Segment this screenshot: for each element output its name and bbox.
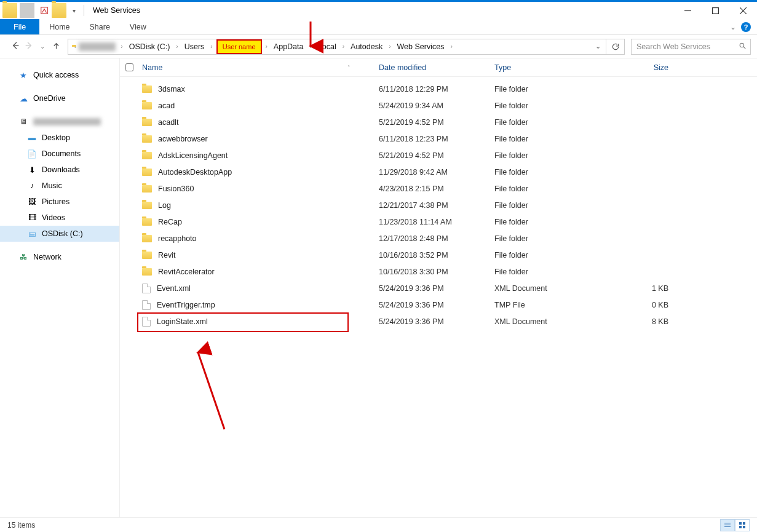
table-row[interactable]: EventTrigger.tmp5/24/2019 3:36 PMTMP Fil…	[120, 296, 757, 313]
file-type: XML Document	[491, 317, 604, 326]
sidebar-pictures[interactable]: 🖼 Pictures	[0, 194, 119, 210]
search-box[interactable]	[631, 39, 751, 55]
file-name: Event.xml	[157, 284, 191, 293]
maximize-button[interactable]	[702, 2, 729, 20]
sidebar-thispc-redacted[interactable]: 🖥	[0, 114, 119, 130]
folder-icon	[142, 169, 152, 176]
file-name: ReCap	[158, 218, 182, 226]
table-row[interactable]: recapphoto12/17/2018 2:48 PMFile folder	[120, 230, 757, 247]
address-history-dropdown[interactable]: ⌄	[590, 42, 606, 50]
sidebar-label: Videos	[42, 213, 65, 222]
sidebar-onedrive[interactable]: ☁ OneDrive	[0, 90, 119, 106]
breadcrumb-sep[interactable]: ›	[386, 43, 393, 50]
new-folder-icon[interactable]	[52, 3, 66, 18]
file-size: 0 KB	[604, 301, 678, 309]
table-row[interactable]: Revit10/16/2018 3:52 PMFile folder	[120, 247, 757, 263]
file-type: File folder	[491, 185, 604, 193]
column-date[interactable]: Date modified	[375, 63, 491, 72]
file-date: 5/21/2019 4:52 PM	[375, 118, 491, 127]
navigation-pane: ★ Quick access ☁ OneDrive 🖥 ▬ Desktop 📄 …	[0, 58, 120, 517]
sidebar-label: Pictures	[42, 197, 69, 206]
up-button[interactable]	[50, 41, 61, 52]
breadcrumb-sep[interactable]: ›	[340, 43, 347, 50]
sidebar-network[interactable]: 🖧 Network	[0, 249, 119, 265]
table-row[interactable]: AdskLicensingAgent5/21/2019 4:52 PMFile …	[120, 147, 757, 164]
folder-icon	[142, 235, 152, 242]
folder-icon	[142, 252, 152, 259]
table-row[interactable]: RevitAccelerator10/16/2018 3:30 PMFile f…	[120, 263, 757, 280]
sidebar-quick-access[interactable]: ★ Quick access	[0, 67, 119, 83]
pictures-icon: 🖼	[27, 197, 37, 207]
table-row[interactable]: LoginState.xml5/24/2019 3:36 PMXML Docum…	[120, 313, 757, 330]
tab-view[interactable]: View	[120, 19, 156, 34]
breadcrumb-autodesk[interactable]: Autodesk	[347, 39, 386, 54]
file-type: File folder	[491, 151, 604, 160]
ribbon-tabs: File Home Share View ⌄ ?	[0, 19, 757, 35]
folder-icon	[142, 85, 152, 93]
cloud-icon: ☁	[18, 93, 28, 103]
file-name: 3dsmax	[158, 85, 185, 93]
table-row[interactable]: Log12/21/2017 4:38 PMFile folder	[120, 197, 757, 213]
tab-share[interactable]: Share	[80, 19, 120, 34]
breadcrumb-sep[interactable]: ›	[448, 43, 454, 50]
refresh-button[interactable]	[606, 39, 624, 54]
column-name[interactable]: Name ˄	[138, 63, 375, 72]
table-row[interactable]: Event.xml5/24/2019 3:36 PMXML Document1 …	[120, 280, 757, 296]
file-name: acad	[158, 101, 175, 110]
table-row[interactable]: Fusion3604/23/2018 2:15 PMFile folder	[120, 180, 757, 197]
tab-file[interactable]: File	[0, 19, 39, 34]
drive-icon: 🖴	[27, 229, 37, 239]
breadcrumb-sep[interactable]: ›	[173, 43, 180, 50]
forward-button[interactable]	[23, 41, 34, 52]
column-size[interactable]: Size	[604, 63, 678, 72]
search-icon[interactable]	[739, 42, 747, 52]
videos-icon: 🎞	[27, 213, 37, 223]
table-row[interactable]: 3dsmax6/11/2018 12:29 PMFile folder	[120, 81, 757, 97]
view-details-button[interactable]	[720, 519, 735, 531]
column-type[interactable]: Type	[491, 63, 604, 72]
sidebar-desktop[interactable]: ▬ Desktop	[0, 130, 119, 146]
sidebar-documents[interactable]: 📄 Documents	[0, 146, 119, 162]
folder-icon	[142, 152, 152, 159]
sidebar-label: Documents	[42, 149, 81, 158]
sidebar-downloads[interactable]: ⬇ Downloads	[0, 162, 119, 178]
table-row[interactable]: ReCap11/23/2018 11:14 AMFile folder	[120, 213, 757, 230]
breadcrumb-username-highlight[interactable]: User name	[216, 39, 262, 54]
tab-home[interactable]: Home	[39, 19, 79, 34]
file-name: RevitAccelerator	[158, 268, 215, 276]
breadcrumb-appdata[interactable]: AppData	[270, 39, 307, 54]
sidebar-music[interactable]: ♪ Music	[0, 178, 119, 194]
breadcrumb-local[interactable]: Local	[314, 39, 340, 54]
svg-point-7	[740, 43, 744, 47]
qat-customize-icon[interactable]: ▾	[66, 3, 81, 18]
breadcrumb-sep[interactable]: ›	[263, 43, 270, 50]
help-icon[interactable]: ?	[741, 22, 751, 32]
minimize-button[interactable]	[674, 2, 702, 20]
select-all-checkbox[interactable]	[120, 62, 138, 73]
breadcrumb-sep[interactable]: ›	[208, 43, 215, 50]
breadcrumb-sep[interactable]: ›	[72, 43, 79, 50]
table-row[interactable]: acadlt5/21/2019 4:52 PMFile folder	[120, 114, 757, 130]
table-row[interactable]: AutodeskDesktopApp11/29/2018 9:42 AMFile…	[120, 164, 757, 180]
breadcrumb-users[interactable]: Users	[181, 39, 208, 54]
file-date: 5/21/2019 4:52 PM	[375, 151, 491, 160]
sidebar-videos[interactable]: 🎞 Videos	[0, 210, 119, 226]
properties-icon[interactable]	[37, 3, 52, 18]
breadcrumb-sep[interactable]: ›	[118, 43, 125, 50]
breadcrumb-webservices[interactable]: Web Services	[394, 39, 448, 54]
close-button[interactable]	[729, 2, 757, 20]
svg-rect-12	[739, 522, 742, 525]
address-bar[interactable]: › › OSDisk (C:) › Users › User name › Ap…	[68, 39, 625, 55]
breadcrumb-osdisk[interactable]: OSDisk (C:)	[125, 39, 174, 54]
back-button[interactable]	[10, 41, 21, 52]
file-name: AdskLicensingAgent	[158, 151, 228, 160]
sidebar-osdisk[interactable]: 🖴 OSDisk (C:)	[0, 226, 119, 242]
search-input[interactable]	[635, 42, 739, 52]
svg-rect-13	[743, 522, 745, 525]
ribbon-expand-icon[interactable]: ⌄	[730, 23, 736, 31]
view-large-icons-button[interactable]	[735, 519, 750, 531]
table-row[interactable]: acad5/24/2019 9:34 AMFile folder	[120, 97, 757, 114]
table-row[interactable]: acwebbrowser6/11/2018 12:23 PMFile folde…	[120, 130, 757, 147]
breadcrumb-sep[interactable]: ›	[307, 43, 314, 50]
recent-locations-button[interactable]: ⌄	[37, 43, 48, 50]
